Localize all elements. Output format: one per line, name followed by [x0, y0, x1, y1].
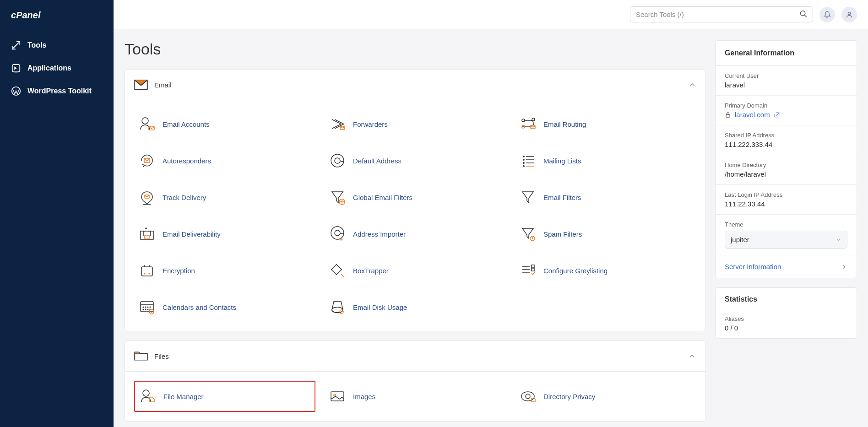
global-filters-icon [328, 188, 347, 206]
track-delivery-icon [138, 188, 156, 206]
email-accounts-icon [138, 115, 156, 133]
server-info-link[interactable]: Server Information [716, 255, 857, 278]
svg-point-10 [532, 118, 535, 121]
tool-images[interactable]: Images [325, 381, 506, 412]
chevron-right-icon [841, 264, 847, 270]
svg-rect-33 [141, 302, 153, 312]
tool-email-deliverability[interactable]: Email Deliverability [134, 219, 315, 249]
last-login-label: Last Login IP Address [725, 191, 847, 198]
tool-label: Global Email Filters [353, 194, 412, 201]
tool-encryption[interactable]: Encryption [134, 256, 315, 285]
search-wrap [630, 6, 813, 22]
home-dir-value: /home/laravel [725, 170, 847, 178]
svg-point-25 [335, 230, 340, 236]
svg-rect-22 [141, 231, 153, 239]
tool-label: Spam Filters [543, 230, 582, 238]
search-icon[interactable] [799, 10, 808, 19]
primary-domain-value[interactable]: laravel.com [725, 111, 847, 119]
tool-configure-greylisting[interactable]: Configure Greylisting [515, 256, 696, 285]
svg-point-19 [523, 166, 524, 167]
tool-email-filters[interactable]: Email Filters [515, 183, 696, 212]
chevron-down-icon [836, 237, 841, 243]
tool-address-importer[interactable]: Address Importer [325, 219, 506, 249]
svg-point-49 [526, 394, 530, 399]
svg-point-9 [522, 119, 525, 122]
svg-point-18 [523, 162, 524, 163]
tool-calendars-contacts[interactable]: Calendars and Contacts [134, 292, 315, 322]
files-card-header[interactable]: Files [125, 341, 705, 372]
statistics-title: Statistics [716, 288, 857, 311]
tool-default-address[interactable]: Default Address [325, 146, 506, 175]
svg-point-38 [143, 309, 144, 310]
tool-email-routing[interactable]: Email Routing [515, 109, 696, 139]
notifications-button[interactable] [819, 7, 835, 22]
tool-email-accounts[interactable]: Email Accounts [134, 109, 315, 139]
svg-point-6 [142, 118, 148, 124]
sidebar: cPanel Tools Applications WordPress Tool… [0, 0, 114, 427]
current-user-label: Current User [725, 72, 847, 79]
tool-label: Email Filters [543, 194, 581, 201]
external-link-icon [774, 112, 780, 118]
svg-point-29 [149, 273, 150, 275]
tool-boxtrapper[interactable]: BoxTrapper [325, 256, 506, 285]
shared-ip-value: 111.222.333.44 [725, 141, 847, 148]
tool-label: Address Importer [353, 230, 406, 238]
files-card: Files File Manager Images [125, 341, 706, 422]
nav-wordpress[interactable]: WordPress Toolkit [0, 80, 114, 103]
nav-tools[interactable]: Tools [0, 34, 114, 57]
svg-text:cPanel: cPanel [11, 10, 41, 20]
aliases-label: Aliases [725, 315, 847, 322]
search-input[interactable] [630, 6, 813, 22]
svg-point-36 [147, 307, 148, 308]
svg-rect-30 [331, 265, 342, 275]
directory-privacy-icon [519, 387, 537, 405]
svg-point-4 [848, 12, 850, 14]
disk-usage-icon [328, 298, 347, 316]
nav-applications[interactable]: Applications [0, 57, 114, 80]
deliverability-icon [138, 225, 156, 243]
file-manager-icon [139, 387, 157, 405]
apps-icon [11, 63, 21, 73]
tool-autoresponders[interactable]: Autoresponders [134, 146, 315, 175]
svg-point-3 [800, 11, 805, 16]
chevron-up-icon[interactable] [688, 352, 696, 360]
nav-applications-label: Applications [27, 64, 71, 72]
tool-file-manager[interactable]: File Manager [134, 381, 315, 412]
tool-mailing-lists[interactable]: Mailing Lists [515, 146, 696, 175]
email-routing-icon [519, 115, 537, 133]
svg-rect-47 [331, 392, 344, 401]
svg-point-35 [145, 307, 146, 308]
tool-global-email-filters[interactable]: Global Email Filters [325, 183, 506, 212]
theme-label: Theme [725, 221, 847, 228]
tool-track-delivery[interactable]: Track Delivery [134, 183, 315, 212]
nav-tools-label: Tools [27, 41, 46, 49]
email-icon [134, 78, 148, 92]
mailing-lists-icon [519, 151, 537, 170]
svg-rect-27 [141, 267, 152, 276]
tool-label: Images [353, 393, 375, 400]
tool-email-disk-usage[interactable]: Email Disk Usage [325, 292, 506, 322]
images-icon [328, 387, 347, 405]
nav-wordpress-label: WordPress Toolkit [27, 87, 92, 95]
tool-spam-filters[interactable]: Spam Filters [515, 219, 696, 249]
tool-directory-privacy[interactable]: Directory Privacy [515, 381, 696, 412]
tool-label: Encryption [163, 267, 195, 275]
current-user-value: laravel [725, 81, 847, 89]
tool-label: Mailing Lists [543, 157, 581, 165]
svg-point-48 [334, 394, 336, 396]
theme-select[interactable]: jupiter [725, 231, 847, 249]
svg-rect-31 [532, 265, 534, 268]
user-button[interactable] [841, 7, 857, 22]
general-info-card: General Information Current User laravel… [715, 40, 857, 278]
chevron-up-icon[interactable] [688, 81, 696, 89]
address-importer-icon [328, 225, 347, 243]
tool-label: Email Routing [543, 120, 586, 128]
shared-ip-label: Shared IP Address [725, 132, 847, 139]
statistics-card: Statistics Aliases 0 / 0 [715, 287, 857, 339]
aliases-value: 0 / 0 [725, 324, 847, 332]
email-card-header[interactable]: Email [125, 70, 705, 100]
tool-forwarders[interactable]: Forwarders [325, 109, 506, 139]
last-login-value: 111.22.33.44 [725, 200, 847, 208]
cpanel-logo[interactable]: cPanel [0, 9, 114, 34]
svg-rect-32 [532, 268, 534, 271]
